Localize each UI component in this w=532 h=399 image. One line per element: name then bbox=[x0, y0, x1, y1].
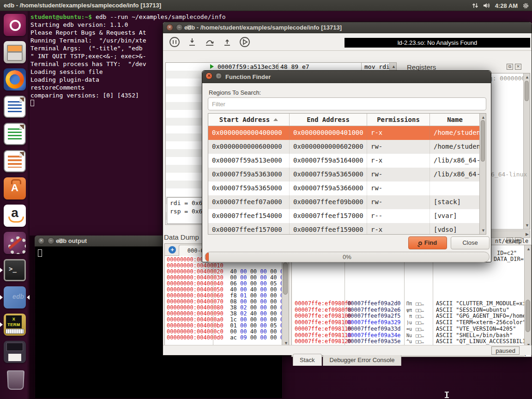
sort-ascending-icon bbox=[273, 118, 278, 121]
region-row[interactable]: 0x00007ffeef1570000x00007ffeef159000r-x[… bbox=[208, 223, 486, 235]
float-panel-icon[interactable]: ⧉ bbox=[507, 64, 513, 70]
column-header-name[interactable]: Name bbox=[430, 114, 480, 126]
volume-icon[interactable] bbox=[483, 2, 490, 9]
cell: 0x00007ffeef157000 bbox=[208, 223, 290, 235]
dock-xterm-icon[interactable] bbox=[4, 314, 26, 336]
paused-badge: paused bbox=[491, 346, 520, 355]
step-into-icon[interactable] bbox=[186, 36, 198, 48]
dialog-title: Function Finder bbox=[202, 73, 491, 80]
cell: 0x0000000000600000 bbox=[208, 140, 290, 154]
stack-ascii-fragment: ID=c2" bbox=[497, 250, 517, 256]
dock-files-icon[interactable] bbox=[4, 41, 26, 63]
column-header-end-address[interactable]: End Address bbox=[290, 114, 367, 126]
step-out-icon[interactable] bbox=[221, 36, 233, 48]
table-header: Start AddressEnd AddressPermissionsName bbox=[208, 114, 486, 126]
cell: r-x bbox=[367, 223, 430, 235]
find-button[interactable]: Find bbox=[408, 236, 447, 249]
dock-trash-icon[interactable] bbox=[4, 368, 26, 390]
search-progress-bar: 0% bbox=[205, 252, 490, 262]
dock-edb-icon[interactable] bbox=[4, 286, 26, 308]
cell: [vdso] bbox=[430, 223, 480, 235]
region-row[interactable]: 0x00000000006000000x0000000000602000rw-/… bbox=[208, 140, 486, 154]
terminal-cursor bbox=[38, 249, 42, 257]
edb-toolbar: ld-2.23.so: No Analysis Found bbox=[163, 33, 532, 51]
column-header-permissions[interactable]: Permissions bbox=[367, 114, 430, 126]
clock[interactable]: 4:28 AM bbox=[495, 2, 518, 9]
stack-row[interactable]: 00007ffe:ef09811000007ffeef09a33d=u□□…AS… bbox=[292, 326, 531, 332]
stack-row[interactable]: 00007ffe:ef09812000007ffeef09a35e^u□□…AS… bbox=[292, 339, 531, 345]
edb-window-title: edb - /home/student/examples/samplecode/… bbox=[163, 24, 532, 31]
add-tab-icon[interactable]: + bbox=[169, 246, 176, 254]
region-row[interactable]: 0x00007ffeef1540000x00007ffeef157000r--[… bbox=[208, 209, 486, 223]
dock-firefox-icon[interactable] bbox=[4, 68, 26, 91]
filter-input[interactable] bbox=[208, 97, 486, 110]
region-row[interactable]: 0x00007f59a513e0000x00007f59a5164000r-x/… bbox=[208, 154, 486, 168]
dock-libreoffice-impress-icon[interactable] bbox=[4, 150, 26, 172]
dock-system-settings-icon[interactable] bbox=[4, 232, 26, 254]
cell: r-x bbox=[367, 126, 430, 140]
network-arrows-icon[interactable] bbox=[472, 2, 478, 9]
data-dump-hex-view[interactable]: 00000000:00400000 00000000:00400010 0000… bbox=[165, 256, 282, 347]
close-panel-icon[interactable]: ✕ bbox=[515, 64, 521, 70]
instruction-pointer-icon bbox=[210, 64, 214, 69]
data-dump-row[interactable]: 00000000:004000d0 ac 09 00 00 00 00 bbox=[167, 335, 282, 341]
column-header-start-address[interactable]: Start Address bbox=[208, 114, 290, 126]
cell bbox=[430, 181, 480, 195]
dock-ubuntu-launcher-icon[interactable] bbox=[4, 14, 26, 36]
analysis-status-bar: ld-2.23.so: No Analysis Found bbox=[345, 38, 530, 48]
tab-debugger-error-console[interactable]: Debugger Error Console bbox=[323, 354, 402, 366]
cell: /lib/x86_64-… bbox=[430, 168, 480, 181]
top-panel: edb - /home/student/examples/samplecode/… bbox=[0, 0, 532, 11]
focused-indicator bbox=[27, 295, 30, 300]
cell: 0x00007f59a5365000 bbox=[208, 181, 290, 195]
region-row[interactable]: 0x00007f59a53630000x00007f59a5365000rw-/… bbox=[208, 168, 486, 181]
data-dump-dock-title[interactable]: Data Dump bbox=[164, 233, 199, 241]
terminal-cursor bbox=[30, 100, 34, 106]
close-button[interactable]: Close bbox=[451, 236, 490, 249]
cell: 0x0000000000401000 bbox=[290, 126, 367, 140]
gear-icon[interactable] bbox=[522, 2, 529, 9]
disassembly-row[interactable]: 00007f59:a513ec3048 89 e7mov rdi bbox=[166, 63, 396, 71]
run-icon[interactable] bbox=[239, 36, 251, 48]
stack-row[interactable]: 00007ffe:ef09810800007ffeef09a329)u□□…AS… bbox=[292, 320, 531, 326]
function-finder-dialog: ✕ ▢ Function Finder Regions To Search: S… bbox=[202, 70, 491, 262]
mouse-cursor-ibeam bbox=[446, 392, 447, 398]
cell: r-x bbox=[367, 154, 430, 168]
status-bar: paused bbox=[163, 345, 532, 355]
stack-row[interactable]: 00007ffe:ef0980f800007ffeef09a2e6ψπ□□…AS… bbox=[292, 307, 531, 313]
cell: rw- bbox=[367, 181, 430, 195]
registers-covered-text: 6_64-linux bbox=[491, 171, 527, 178]
regions-label: Regions To Search: bbox=[209, 89, 261, 96]
cell: /home/studen… bbox=[430, 126, 480, 140]
cell: 0x00007ffeef157000 bbox=[290, 209, 367, 223]
dock-libreoffice-calc-icon[interactable] bbox=[4, 123, 26, 145]
dock-libreoffice-writer-icon[interactable] bbox=[4, 96, 26, 118]
region-row[interactable]: 0x00007ffeef07a0000x00007ffeef09b000rw-[… bbox=[208, 195, 486, 209]
running-indicator bbox=[0, 322, 3, 327]
stack-ascii-fragment: nt/example bbox=[495, 238, 528, 244]
edb-titlebar[interactable]: ✕ − ▢ edb - /home/student/examples/sampl… bbox=[163, 22, 532, 33]
dialog-titlebar[interactable]: ✕ ▢ Function Finder bbox=[202, 71, 491, 83]
cell: 0x00007f59a513e000 bbox=[208, 154, 290, 168]
data-dump-vscrollbar[interactable]: ▼ bbox=[282, 256, 289, 347]
step-over-icon[interactable] bbox=[204, 36, 216, 48]
cell: rw- bbox=[367, 168, 430, 181]
tab-stack[interactable]: Stack bbox=[293, 354, 322, 366]
dock-floppy-icon[interactable] bbox=[4, 341, 26, 363]
cell: /lib/x86_64-… bbox=[430, 154, 480, 168]
registers-vscrollbar[interactable]: ▲ ▼ bbox=[523, 73, 530, 229]
cell: 0x00007ffeef154000 bbox=[208, 209, 290, 223]
pause-icon[interactable] bbox=[169, 36, 181, 48]
cell: 0x0000000000400000 bbox=[208, 126, 290, 140]
stack-vscrollbar[interactable]: ▲ ▼ bbox=[524, 245, 531, 349]
region-row[interactable]: 0x00000000004000000x0000000000401000r-x/… bbox=[208, 126, 486, 140]
dock-terminal-icon[interactable] bbox=[4, 259, 26, 281]
table-vscrollbar[interactable]: ▲ ▼ bbox=[479, 114, 486, 234]
dock-amazon-icon[interactable] bbox=[4, 205, 26, 227]
stack-row[interactable]: 00007ffe:ef0980f000007ffeef09a2d0Ππ□□…AS… bbox=[292, 301, 531, 307]
search-icon bbox=[418, 242, 422, 245]
region-row[interactable]: 0x00007f59a53650000x00007f59a5366000rw- bbox=[208, 181, 486, 195]
dock-ubuntu-software-icon[interactable] bbox=[4, 177, 26, 200]
stack-row[interactable]: 00007ffe:ef09811800007ffeef09a34eNu□□…AS… bbox=[292, 332, 531, 339]
stack-row[interactable]: 00007ffe:ef09810000007ffeef09a2f5 π□□…AS… bbox=[292, 313, 531, 319]
